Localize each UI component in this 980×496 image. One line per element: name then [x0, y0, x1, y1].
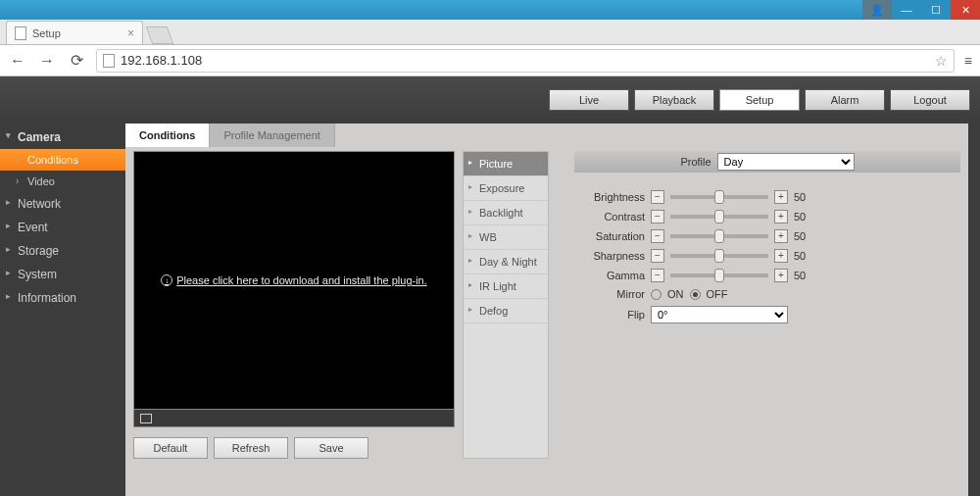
back-button[interactable]: ←: [8, 52, 27, 70]
contrast-minus[interactable]: −: [651, 210, 664, 223]
content-panel: Conditions Profile Management ↓ Please c…: [125, 124, 968, 496]
sidebar-information[interactable]: Information: [0, 286, 125, 310]
gamma-row: Gamma − + 50: [574, 269, 960, 282]
slider-thumb[interactable]: [714, 229, 724, 243]
sharpness-slider[interactable]: [670, 254, 768, 258]
forward-button[interactable]: →: [37, 52, 57, 70]
saturation-value: 50: [794, 230, 813, 242]
menu-picture[interactable]: Picture: [464, 152, 548, 176]
slider-thumb[interactable]: [714, 269, 724, 282]
flip-select[interactable]: 0°: [651, 306, 788, 323]
saturation-row: Saturation − + 50: [574, 229, 960, 243]
bookmark-icon[interactable]: ☆: [935, 53, 948, 69]
maximize-button[interactable]: ☐: [921, 0, 951, 20]
video-preview: ↓ Please click here to download and inst…: [133, 151, 455, 410]
sidebar-network[interactable]: Network: [0, 192, 125, 216]
gamma-value: 50: [794, 270, 813, 281]
close-button[interactable]: ✕: [951, 0, 980, 20]
saturation-label: Saturation: [574, 230, 645, 242]
mirror-on-label: ON: [667, 288, 684, 300]
sidebar-conditions[interactable]: Conditions: [0, 149, 125, 171]
menu-defog[interactable]: Defog: [464, 299, 548, 323]
sharpness-row: Sharpness − + 50: [574, 249, 960, 263]
user-icon[interactable]: 👤: [862, 0, 892, 20]
nav-playback[interactable]: Playback: [634, 89, 714, 111]
refresh-button[interactable]: Refresh: [214, 437, 288, 459]
mirror-off-label: OFF: [707, 288, 728, 300]
slider-thumb[interactable]: [714, 190, 724, 204]
sidebar: Camera Conditions Video Network Event St…: [0, 124, 125, 496]
conditions-panel: ↓ Please click here to download and inst…: [125, 147, 968, 467]
gamma-label: Gamma: [574, 270, 645, 281]
subtab-conditions[interactable]: Conditions: [125, 124, 210, 147]
properties-column: Profile Day Brightness − + 50 C: [557, 151, 960, 459]
contrast-value: 50: [794, 211, 813, 223]
sharpness-label: Sharpness: [574, 250, 645, 262]
reload-button[interactable]: ⟳: [67, 51, 86, 70]
gamma-minus[interactable]: −: [651, 269, 664, 282]
brightness-row: Brightness − + 50: [574, 190, 960, 204]
plugin-download-link[interactable]: ↓ Please click here to download and inst…: [161, 274, 427, 286]
nav-live[interactable]: Live: [549, 89, 629, 111]
sidebar-video[interactable]: Video: [0, 171, 125, 192]
slider-thumb[interactable]: [714, 249, 724, 263]
menu-exposure[interactable]: Exposure: [464, 176, 548, 201]
subtab-bar: Conditions Profile Management: [125, 124, 968, 147]
contrast-row: Contrast − + 50: [574, 210, 960, 223]
top-nav: Live Playback Setup Alarm Logout: [0, 76, 980, 124]
gamma-slider[interactable]: [670, 273, 768, 277]
flip-row: Flip 0°: [574, 306, 960, 323]
mirror-off-radio[interactable]: [690, 289, 701, 300]
new-tab-button[interactable]: [146, 26, 174, 44]
fullscreen-icon[interactable]: [140, 414, 152, 423]
slider-thumb[interactable]: [714, 210, 724, 223]
video-column: ↓ Please click here to download and inst…: [133, 151, 455, 459]
mirror-on-radio[interactable]: [651, 289, 662, 300]
contrast-slider[interactable]: [670, 215, 768, 219]
brightness-slider[interactable]: [670, 195, 768, 199]
plugin-text: Please click here to download and instal…: [176, 274, 427, 286]
browser-tab[interactable]: Setup ×: [6, 21, 143, 44]
app-frame: Live Playback Setup Alarm Logout Camera …: [0, 76, 980, 496]
contrast-label: Contrast: [574, 211, 645, 223]
nav-logout[interactable]: Logout: [890, 89, 970, 111]
sharpness-plus[interactable]: +: [774, 249, 788, 263]
contrast-plus[interactable]: +: [774, 210, 788, 223]
subtab-profile-management[interactable]: Profile Management: [210, 124, 334, 147]
default-button[interactable]: Default: [133, 437, 208, 459]
brightness-label: Brightness: [574, 191, 645, 203]
settings-menu: Picture Exposure Backlight WB Day & Nigh…: [463, 151, 549, 459]
minimize-button[interactable]: —: [892, 0, 921, 20]
page-icon: [15, 26, 26, 40]
mirror-row: Mirror ON OFF: [574, 288, 960, 300]
sidebar-camera[interactable]: Camera: [0, 125, 125, 149]
saturation-slider[interactable]: [670, 234, 768, 238]
brightness-plus[interactable]: +: [774, 190, 788, 204]
nav-setup[interactable]: Setup: [719, 89, 800, 111]
chrome-menu-icon[interactable]: ≡: [964, 53, 972, 69]
menu-wb[interactable]: WB: [464, 225, 548, 250]
close-tab-icon[interactable]: ×: [127, 26, 134, 40]
save-button[interactable]: Save: [294, 437, 368, 459]
brightness-minus[interactable]: −: [651, 190, 664, 204]
menu-day-night[interactable]: Day & Night: [464, 250, 548, 274]
gamma-plus[interactable]: +: [774, 269, 788, 282]
address-bar[interactable]: 192.168.1.108 ☆: [96, 49, 955, 73]
mirror-label: Mirror: [574, 288, 645, 300]
saturation-plus[interactable]: +: [774, 229, 788, 243]
video-footer: [133, 410, 455, 427]
sharpness-minus[interactable]: −: [651, 249, 664, 263]
browser-tabstrip: Setup ×: [0, 20, 980, 45]
profile-label: Profile: [680, 156, 710, 168]
sidebar-storage[interactable]: Storage: [0, 239, 125, 263]
nav-alarm[interactable]: Alarm: [805, 89, 885, 111]
sidebar-system[interactable]: System: [0, 263, 125, 286]
profile-bar: Profile Day: [574, 151, 960, 173]
saturation-minus[interactable]: −: [651, 229, 664, 243]
profile-select[interactable]: Day: [717, 153, 855, 171]
menu-backlight[interactable]: Backlight: [464, 201, 548, 225]
browser-toolbar: ← → ⟳ 192.168.1.108 ☆ ≡: [0, 45, 980, 76]
action-buttons: Default Refresh Save: [133, 437, 455, 459]
sidebar-event[interactable]: Event: [0, 216, 125, 239]
menu-ir-light[interactable]: IR Light: [464, 274, 548, 299]
